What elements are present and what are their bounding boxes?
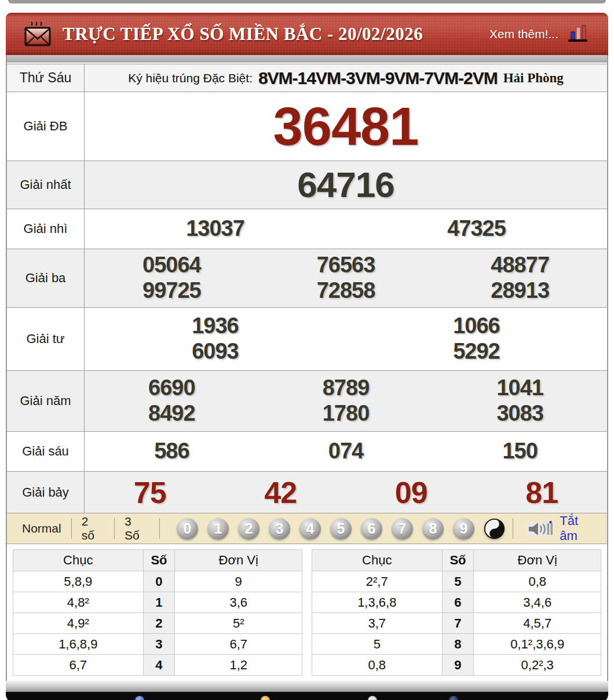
stats-row: 1,3,6,8 6 3,4,6 bbox=[312, 592, 601, 613]
prize-number: 75 bbox=[85, 477, 215, 508]
see-more-link[interactable]: Xem thêm!... bbox=[489, 27, 558, 41]
page-title: TRỰC TIẾP XỔ SỐ MIỀN BẮC - 20/02/2026 bbox=[63, 24, 423, 45]
prize-number: 1936 bbox=[85, 313, 346, 339]
number-ball-7[interactable]: 7 bbox=[392, 518, 413, 539]
hot-envelope-icon bbox=[23, 20, 53, 48]
prize-row-seventh: Giải bảy 75 42 09 81 bbox=[7, 471, 607, 513]
mode-3-digits[interactable]: 3 Số bbox=[122, 515, 152, 542]
prize-number: 5292 bbox=[346, 339, 607, 364]
stats-table-right: Chục Số Đơn Vị 2²,7 5 0,8 1,3,6,8 6 3,4,… bbox=[312, 549, 601, 676]
number-ball-4[interactable]: 4 bbox=[299, 518, 321, 539]
prize-number: 42 bbox=[215, 477, 346, 508]
prize-number: 6093 bbox=[85, 339, 346, 364]
prize-number: 1041 bbox=[433, 375, 607, 401]
display-toolbar: Normal 2 số 3 Số 0 1 2 3 4 5 6 7 8 9 bbox=[7, 513, 607, 544]
mode-2-digits[interactable]: 2 số bbox=[79, 515, 107, 542]
prize-number: 64716 bbox=[85, 167, 607, 203]
prize-number: 48877 bbox=[433, 253, 607, 278]
units-cell: 0,8 bbox=[474, 571, 601, 592]
mode-normal[interactable]: Normal bbox=[20, 522, 64, 535]
prize-label: Giải nhất bbox=[7, 161, 85, 209]
digit-cell: 1 bbox=[143, 592, 175, 613]
units-cell: 6,7 bbox=[175, 634, 302, 655]
digit-cell: 8 bbox=[442, 634, 474, 655]
number-ball-3[interactable]: 3 bbox=[269, 518, 290, 539]
tens-cell: 0,8 bbox=[312, 655, 443, 676]
divider bbox=[71, 518, 72, 539]
digit-cell: 0 bbox=[143, 571, 175, 592]
divider bbox=[513, 518, 513, 539]
chart-icon[interactable] bbox=[567, 25, 589, 43]
number-ball-1[interactable]: 1 bbox=[207, 518, 229, 539]
prize-label: Giải bảy bbox=[7, 472, 85, 513]
digit-cell: 3 bbox=[143, 634, 175, 655]
stats-row: 6,7 4 1,2 bbox=[13, 655, 302, 676]
head-tail-statistics: Chục Số Đơn Vị 5,8,9 0 9 4,8² 1 3,6 4,9²… bbox=[7, 544, 607, 681]
prize-number: 76563 bbox=[259, 253, 433, 278]
panel-footer-bar bbox=[6, 692, 608, 700]
number-ball-0[interactable]: 0 bbox=[177, 518, 198, 539]
tens-cell: 6,7 bbox=[13, 655, 144, 676]
units-cell: 3,6 bbox=[175, 592, 302, 613]
prize-number: 09 bbox=[346, 477, 477, 508]
prize-number: 6690 bbox=[85, 375, 259, 401]
prize-number: 150 bbox=[433, 439, 607, 464]
panel-header: TRỰC TIẾP XỔ SỐ MIỀN BẮC - 20/02/2026 Xe… bbox=[6, 13, 608, 55]
col-header-digit: Số bbox=[442, 550, 474, 571]
tens-cell: 4,8² bbox=[13, 592, 144, 613]
col-header-units: Đơn Vị bbox=[175, 550, 302, 571]
yin-yang-icon[interactable] bbox=[484, 518, 505, 539]
special-sign-value: 8VM-14VM-3VM-9VM-7VM-2VM bbox=[258, 68, 498, 88]
digit-cell: 5 bbox=[442, 571, 474, 592]
number-ball-9[interactable]: 9 bbox=[453, 518, 474, 539]
number-ball-8[interactable]: 8 bbox=[422, 518, 444, 539]
digit-cell: 6 bbox=[442, 592, 474, 613]
divider bbox=[114, 518, 115, 539]
prize-number: 1066 bbox=[346, 313, 607, 339]
stats-row: 0,8 9 0,2²,3 bbox=[312, 655, 601, 676]
prize-number: 99725 bbox=[85, 278, 259, 304]
prize-row-special: Giải ĐB 36481 bbox=[7, 92, 607, 161]
prize-number: 074 bbox=[259, 439, 433, 464]
prize-number: 28913 bbox=[433, 278, 607, 304]
panel-footer-gradient bbox=[6, 681, 608, 692]
prize-row-sixth: Giải sáu 586 074 150 bbox=[7, 431, 607, 471]
units-cell: 3,4,6 bbox=[474, 592, 601, 613]
draw-info-row: Thứ Sáu Ký hiệu trúng Đặc Biệt: 8VM-14VM… bbox=[7, 64, 607, 92]
prize-label: Giải ĐB bbox=[7, 92, 85, 161]
units-cell: 5² bbox=[175, 613, 302, 634]
prize-label: Giải tư bbox=[7, 308, 85, 370]
units-cell: 1,2 bbox=[175, 655, 302, 676]
col-header-digit: Số bbox=[143, 550, 175, 571]
prize-label: Giải ba bbox=[7, 249, 85, 307]
prize-row-third: Giải ba 05064 76563 48877 99725 72858 28… bbox=[7, 249, 607, 307]
digit-cell: 4 bbox=[143, 655, 175, 676]
prize-number: 8789 bbox=[259, 375, 433, 401]
number-ball-5[interactable]: 5 bbox=[330, 518, 352, 539]
divider bbox=[159, 518, 160, 539]
lottery-panel: TRỰC TIẾP XỔ SỐ MIỀN BẮC - 20/02/2026 Xe… bbox=[6, 13, 608, 700]
province-label: Hải Phòng bbox=[503, 71, 564, 86]
stats-row: 1,6,8,9 3 6,7 bbox=[13, 634, 302, 655]
speaker-icon[interactable] bbox=[527, 520, 554, 537]
weekday-label: Thứ Sáu bbox=[7, 64, 85, 92]
tens-cell: 2²,7 bbox=[312, 571, 443, 592]
units-cell: 0,2²,3 bbox=[474, 655, 601, 676]
units-cell: 4,5,7 bbox=[474, 613, 601, 634]
units-cell: 9 bbox=[175, 571, 302, 592]
number-ball-6[interactable]: 6 bbox=[361, 518, 382, 539]
previous-panel-edge bbox=[8, 0, 606, 3]
col-header-tens: Chục bbox=[13, 550, 144, 571]
prize-row-fifth: Giải năm 6690 8789 1041 8492 1780 3083 bbox=[7, 370, 607, 431]
prize-number: 1780 bbox=[259, 401, 433, 426]
prize-row-second: Giải nhì 13037 47325 bbox=[7, 209, 607, 249]
col-header-tens: Chục bbox=[312, 550, 443, 571]
stats-row: 4,9² 2 5² bbox=[13, 613, 302, 634]
units-cell: 0,1²,3,6,9 bbox=[474, 634, 601, 655]
special-sign-label: Ký hiệu trúng Đặc Biệt: bbox=[128, 71, 253, 85]
mute-button[interactable]: Tắt âm bbox=[560, 513, 599, 544]
stats-table-left: Chục Số Đơn Vị 5,8,9 0 9 4,8² 1 3,6 4,9²… bbox=[13, 549, 302, 676]
number-ball-2[interactable]: 2 bbox=[238, 518, 260, 539]
stats-row: 3,7 7 4,5,7 bbox=[312, 613, 601, 634]
prize-row-first: Giải nhất 64716 bbox=[7, 161, 607, 209]
